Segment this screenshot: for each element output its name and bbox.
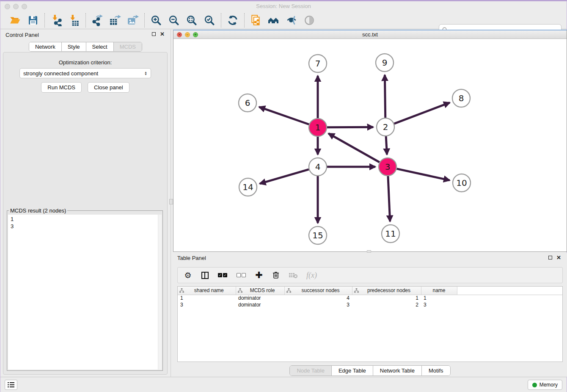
save-session-icon[interactable] [26,13,40,28]
table-row[interactable]: 1dominator411 [178,295,562,301]
column-header-mcds-role[interactable]: MCDS role [236,287,284,295]
column-header-name[interactable]: name [421,287,457,295]
control-panel: Control Panel ✕ Network Style Select MCD… [0,30,171,377]
graph-node-label-1: 1 [315,122,321,133]
graph-edge-3-1[interactable] [328,133,380,162]
graph-edge-3-10[interactable] [396,169,449,180]
horizontal-splitter-handle[interactable] [367,250,371,253]
mcds-result-title: MCDS result (2 nodes) [9,207,67,214]
table-panel: Table Panel ✕ ⚙ ✓✓ ✚ [173,253,567,377]
deselect-all-icon[interactable] [236,270,246,280]
status-bar: Memory [0,377,567,392]
network-window-title: scc.txt [173,30,567,39]
float-table-panel-icon[interactable] [548,256,552,259]
graph-node-label-8: 8 [459,93,464,103]
task-history-button[interactable] [5,380,17,390]
memory-status-icon [532,383,537,387]
optimization-criterion-label: Optimization criterion: [3,59,167,66]
delete-icon[interactable] [272,270,280,280]
list-icon [8,382,17,384]
close-panel-button[interactable]: Close panel [88,82,129,93]
run-mcds-button[interactable]: Run MCDS [41,82,82,93]
control-panel-title: Control Panel [6,32,39,38]
open-session-icon[interactable] [8,13,22,28]
apply-layout-icon[interactable] [226,13,240,28]
network-window-titlebar[interactable]: ✕ − + scc.txt [173,30,567,39]
export-table-icon[interactable] [108,13,122,28]
table-cell[interactable]: 4 [284,295,352,301]
zoom-out-icon[interactable] [167,13,181,28]
close-table-panel-icon[interactable]: ✕ [556,256,561,259]
zoom-fit-icon[interactable] [184,13,199,28]
tab-select[interactable]: Select [86,42,114,51]
clone-network-icon[interactable] [249,13,263,28]
export-network-icon[interactable] [90,13,105,28]
graph-edge-2-9[interactable] [385,75,385,118]
tab-style[interactable]: Style [62,42,86,51]
tab-node-table[interactable]: Node Table [290,366,332,375]
graph-node-label-9: 9 [382,58,388,68]
column-type-icon [286,288,291,293]
import-network-icon[interactable] [49,13,63,28]
network-maximize-icon[interactable]: + [193,32,198,37]
network-canvas[interactable]: 7968124314101511 [173,39,567,251]
column-header-shared-name[interactable]: shared name [178,287,236,295]
mcds-result-line: 3 [11,223,162,230]
close-panel-icon[interactable]: ✕ [160,32,165,36]
float-panel-icon[interactable] [152,32,156,36]
tab-motifs[interactable]: Motifs [422,366,450,375]
function-builder-icon: f(x) [306,270,317,280]
table-cell[interactable]: 1 [352,295,421,301]
graph-node-label-11: 11 [385,229,396,239]
memory-label: Memory [539,382,558,388]
table-cell[interactable]: 3 [284,301,352,308]
table-cell[interactable]: 2 [352,301,421,308]
table-cell[interactable]: dominator [236,301,284,308]
select-all-icon[interactable]: ✓✓ [217,270,228,280]
column-type-icon [179,288,184,293]
show-style-icon[interactable] [284,13,299,28]
graph-edge-1-2[interactable] [327,127,373,127]
columns-icon[interactable] [201,270,209,280]
control-panel-tabs: Network Style Select MCDS [29,42,142,52]
graph-edge-2-8[interactable] [394,102,450,124]
table-cell[interactable]: 3 [421,301,457,308]
title-bar: Session: New Session [0,1,567,11]
graph-node-label-14: 14 [242,182,253,192]
table-cell[interactable]: 3 [178,301,236,308]
graph-edge-1-6[interactable] [259,107,309,124]
tab-mcds[interactable]: MCDS [114,42,142,51]
graph-edge-2-3[interactable] [386,136,387,155]
graph-edge-3-11[interactable] [388,176,390,221]
mcds-result-group: MCDS result (2 nodes) 1 3 [7,207,163,371]
graph-node-label-15: 15 [312,230,323,240]
column-header-predecessor-nodes[interactable]: predecessor nodes [352,287,421,295]
graph-edge-4-14[interactable] [260,169,309,184]
hide-details-icon[interactable] [302,13,317,28]
table-cell[interactable]: 1 [421,295,457,301]
first-neighbors-icon[interactable] [267,13,281,28]
table-cell[interactable]: 1 [178,295,236,301]
gear-icon[interactable]: ⚙ [184,270,192,280]
memory-button[interactable]: Memory [528,380,562,390]
table-tabs: Node Table Edge Table Network Table Moti… [289,365,450,376]
mcds-result-box[interactable]: 1 3 [8,215,162,370]
table-cell[interactable]: dominator [236,295,284,301]
result-scrollbar[interactable] [158,215,162,370]
splitter-handle[interactable] [169,199,173,204]
add-row-icon[interactable]: ✚ [255,270,263,280]
column-header-successor-nodes[interactable]: successor nodes [284,287,352,295]
zoom-selected-icon[interactable] [202,13,217,28]
tab-edge-table[interactable]: Edge Table [332,366,373,375]
tab-network[interactable]: Network [29,42,62,51]
zoom-in-icon[interactable] [149,13,163,28]
optimization-criterion-select[interactable]: strongly connected component ▲▼ [19,68,151,78]
import-table-icon[interactable] [67,13,81,28]
tab-network-table[interactable]: Network Table [373,366,422,375]
dropdown-value: strongly connected component [23,70,98,77]
export-image-icon[interactable] [126,13,140,28]
table-row[interactable]: 3dominator323 [178,301,562,308]
network-close-icon[interactable]: ✕ [177,32,182,37]
node-table[interactable]: shared name MCDS role [177,286,563,362]
network-minimize-icon[interactable]: − [185,32,190,37]
